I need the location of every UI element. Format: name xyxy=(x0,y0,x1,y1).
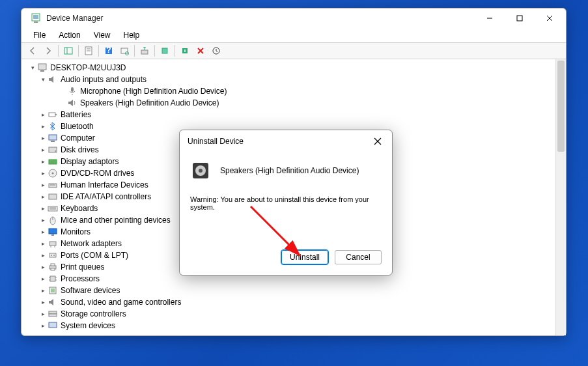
expand-icon[interactable]: ▸ xyxy=(38,134,48,143)
device-label[interactable]: Microphone (High Definition Audio Device… xyxy=(80,85,227,97)
monitor-icon xyxy=(48,227,58,237)
expand-icon[interactable]: ▾ xyxy=(28,63,37,72)
svg-rect-59 xyxy=(49,311,57,314)
toolbar: ? xyxy=(21,42,566,59)
close-button[interactable] xyxy=(535,8,565,28)
ide-icon xyxy=(48,191,58,202)
category-label[interactable]: Monitors xyxy=(61,226,91,238)
computer-icon xyxy=(48,133,58,143)
category-label[interactable]: Batteries xyxy=(61,109,91,120)
show-hide-console-button[interactable] xyxy=(61,44,76,58)
category-label[interactable]: Display adaptors xyxy=(61,156,119,167)
minimize-button[interactable] xyxy=(475,8,505,28)
category-label[interactable]: Ports (COM & LPT) xyxy=(61,249,128,261)
expand-icon[interactable]: ▸ xyxy=(38,216,48,225)
enable-device-button[interactable] xyxy=(158,44,172,58)
speaker-icon xyxy=(67,98,77,108)
maximize-button[interactable] xyxy=(505,8,535,28)
category-label[interactable]: Keyboards xyxy=(61,203,98,214)
category-label[interactable]: DVD/CD-ROM drives xyxy=(61,167,134,179)
category-label[interactable]: Disk drives xyxy=(61,144,99,156)
svg-rect-26 xyxy=(49,135,57,140)
svg-rect-20 xyxy=(38,64,46,70)
update-driver-button[interactable] xyxy=(137,44,152,58)
menu-action[interactable]: Action xyxy=(52,29,87,41)
back-button[interactable] xyxy=(25,44,40,58)
svg-rect-1 xyxy=(33,15,38,19)
expand-icon[interactable]: ▸ xyxy=(38,227,48,236)
category-label[interactable]: Bluetooth xyxy=(61,120,94,132)
expand-icon[interactable]: ▸ xyxy=(38,122,48,131)
svg-rect-16 xyxy=(141,50,148,54)
menu-help[interactable]: Help xyxy=(117,29,147,41)
svg-rect-43 xyxy=(49,242,56,246)
category-label[interactable]: Sound, video and game controllers xyxy=(61,296,181,308)
svg-rect-58 xyxy=(51,289,55,292)
expand-icon[interactable]: ▸ xyxy=(38,274,48,283)
category-label[interactable]: Mice and other pointing devices xyxy=(61,214,171,226)
category-label: Audio inputs and outputs xyxy=(61,74,147,85)
dialog-titlebar[interactable]: Uninstall Device xyxy=(180,130,392,152)
storage-icon xyxy=(48,309,58,319)
printer-icon xyxy=(48,262,58,272)
category-label[interactable]: Network adapters xyxy=(61,238,122,249)
network-icon xyxy=(48,238,58,249)
expand-icon[interactable]: ▸ xyxy=(38,192,48,201)
expand-icon[interactable]: ▸ xyxy=(38,169,48,178)
category-label[interactable]: Print queues xyxy=(61,261,104,273)
speaker-device-icon xyxy=(190,160,211,181)
battery-icon xyxy=(48,109,58,120)
expand-icon[interactable]: ▸ xyxy=(38,204,48,213)
expand-icon[interactable]: ▸ xyxy=(38,309,48,318)
expand-icon[interactable]: ▸ xyxy=(38,180,48,190)
software-icon xyxy=(48,285,58,296)
expand-icon[interactable]: ▾ xyxy=(38,75,48,84)
menu-view[interactable]: View xyxy=(87,29,117,41)
expand-icon[interactable]: ▸ xyxy=(38,321,48,330)
svg-rect-33 xyxy=(49,184,57,188)
category-label[interactable]: Human Interface Devices xyxy=(61,179,148,191)
expand-icon[interactable]: ▸ xyxy=(38,239,48,248)
computer-icon xyxy=(37,63,48,73)
expand-icon[interactable]: ▸ xyxy=(38,145,48,154)
help-button[interactable]: ? xyxy=(102,44,116,58)
svg-rect-42 xyxy=(51,234,54,236)
svg-point-66 xyxy=(199,169,203,173)
category-label[interactable]: System devices xyxy=(61,320,115,331)
system-icon xyxy=(48,320,58,331)
audio-icon xyxy=(48,74,58,85)
properties-button[interactable] xyxy=(81,44,96,58)
category-label[interactable]: Software devices xyxy=(61,285,120,296)
category-label[interactable]: Processors xyxy=(61,273,100,285)
expand-icon[interactable]: ▸ xyxy=(38,251,48,260)
titlebar[interactable]: Device Manager xyxy=(21,8,566,28)
uninstall-dialog: Uninstall Device Speakers (High Definiti… xyxy=(179,130,393,275)
scrollbar-thumb[interactable] xyxy=(557,61,565,152)
expand-icon[interactable]: ▸ xyxy=(38,286,48,295)
vertical-scrollbar[interactable] xyxy=(555,59,566,335)
dialog-close-button[interactable] xyxy=(369,132,387,150)
category-label[interactable]: IDE ATA/ATAPI controllers xyxy=(61,191,151,203)
forward-button[interactable] xyxy=(41,44,55,58)
expand-icon[interactable]: ▸ xyxy=(38,262,48,272)
scan-changes-button[interactable] xyxy=(209,44,223,58)
menu-file[interactable]: File xyxy=(27,29,52,41)
device-label[interactable]: Speakers (High Definition Audio Device) xyxy=(80,97,219,109)
hid-icon xyxy=(48,180,58,190)
svg-rect-22 xyxy=(71,87,74,92)
expand-icon[interactable]: ▸ xyxy=(38,298,48,307)
category-label[interactable]: Storage controllers xyxy=(61,308,126,320)
expand-icon[interactable]: ▸ xyxy=(38,157,48,166)
uninstall-button[interactable]: Uninstall xyxy=(281,250,328,264)
svg-point-32 xyxy=(52,173,54,175)
svg-text:?: ? xyxy=(106,46,111,55)
tree-root-label: DESKTOP-M2UUJ3D xyxy=(50,62,126,74)
disable-device-button[interactable] xyxy=(178,44,192,58)
svg-point-48 xyxy=(53,255,55,256)
expand-icon[interactable]: ▸ xyxy=(38,110,48,119)
uninstall-device-button[interactable] xyxy=(193,44,208,58)
cancel-button[interactable]: Cancel xyxy=(335,250,382,264)
svg-rect-35 xyxy=(49,194,57,199)
scan-hardware-button[interactable] xyxy=(117,44,132,58)
category-label[interactable]: Computer xyxy=(61,132,95,144)
